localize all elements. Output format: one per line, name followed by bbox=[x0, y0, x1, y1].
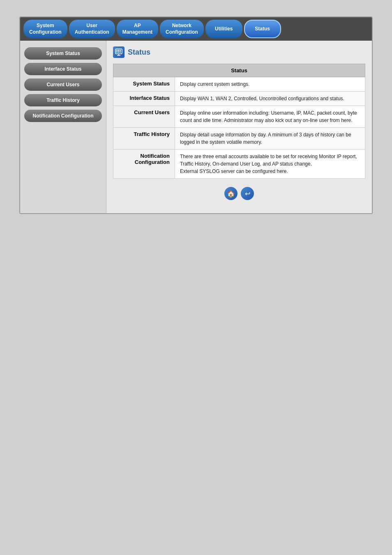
table-row: Interface StatusDisplay WAN 1, WAN 2, Co… bbox=[113, 92, 365, 106]
sidebar-btn-interface-status[interactable]: Interface Status bbox=[24, 63, 102, 75]
table-row-label: Current Users bbox=[113, 106, 175, 128]
nav-tab-ap-mgmt[interactable]: APManagement bbox=[117, 20, 158, 38]
table-row-desc: Display current system settings. bbox=[175, 77, 365, 92]
svg-rect-5 bbox=[120, 50, 121, 51]
top-nav: SystemConfigurationUserAuthenticationAPM… bbox=[20, 17, 372, 41]
back-icon-button[interactable]: ↩ bbox=[241, 187, 254, 200]
nav-tab-utilities[interactable]: Utilities bbox=[205, 20, 242, 38]
sidebar-btn-notification-config[interactable]: Notification Configuration bbox=[24, 110, 102, 122]
page-title-bar: Status bbox=[113, 46, 365, 58]
sidebar-btn-current-users[interactable]: Current Users bbox=[24, 78, 102, 91]
table-row-desc: Display online user information includin… bbox=[175, 106, 365, 128]
status-table: Status System StatusDisplay current syst… bbox=[113, 64, 365, 179]
table-row: NotificationConfigurationThere are three… bbox=[113, 150, 365, 179]
nav-tab-system-config[interactable]: SystemConfiguration bbox=[23, 20, 67, 38]
table-row-desc: There are three email accounts available… bbox=[175, 150, 365, 179]
main-container: SystemConfigurationUserAuthenticationAPM… bbox=[19, 16, 373, 214]
nav-tab-user-auth[interactable]: UserAuthentication bbox=[69, 20, 115, 38]
home-icon-button[interactable]: 🏠 bbox=[224, 187, 238, 200]
table-row-desc: Display detail usage information by day.… bbox=[175, 128, 365, 150]
page-title-text: Status bbox=[128, 48, 150, 57]
svg-rect-6 bbox=[116, 51, 118, 53]
table-row-label: Interface Status bbox=[113, 92, 175, 106]
table-row: System StatusDisplay current system sett… bbox=[113, 77, 365, 92]
nav-tab-status[interactable]: Status bbox=[244, 20, 281, 38]
table-row-desc: Display WAN 1, WAN 2, Controlled, Uncont… bbox=[175, 92, 365, 106]
sidebar: System StatusInterface StatusCurrent Use… bbox=[20, 41, 106, 213]
table-row: Current UsersDisplay online user informa… bbox=[113, 106, 365, 128]
nav-tab-network-config[interactable]: NetworkConfiguration bbox=[160, 20, 204, 38]
table-row-label: System Status bbox=[113, 77, 175, 92]
table-row-label: Traffic History bbox=[113, 128, 175, 150]
sidebar-btn-traffic-history[interactable]: Traffic History bbox=[24, 94, 102, 106]
svg-rect-4 bbox=[118, 50, 119, 51]
table-header: Status bbox=[113, 64, 365, 77]
table-row: Traffic HistoryDisplay detail usage info… bbox=[113, 128, 365, 150]
svg-rect-3 bbox=[116, 50, 118, 51]
bottom-icons: 🏠 ↩ bbox=[113, 179, 365, 204]
main-panel: Status Status System StatusDisplay curre… bbox=[106, 41, 372, 213]
outer-wrapper: SystemConfigurationUserAuthenticationAPM… bbox=[19, 16, 373, 214]
svg-rect-8 bbox=[120, 51, 121, 53]
svg-rect-7 bbox=[118, 51, 119, 53]
sidebar-btn-system-status[interactable]: System Status bbox=[24, 47, 102, 60]
status-icon bbox=[113, 46, 125, 58]
table-row-label: NotificationConfiguration bbox=[113, 150, 175, 179]
content-area: System StatusInterface StatusCurrent Use… bbox=[20, 41, 372, 213]
